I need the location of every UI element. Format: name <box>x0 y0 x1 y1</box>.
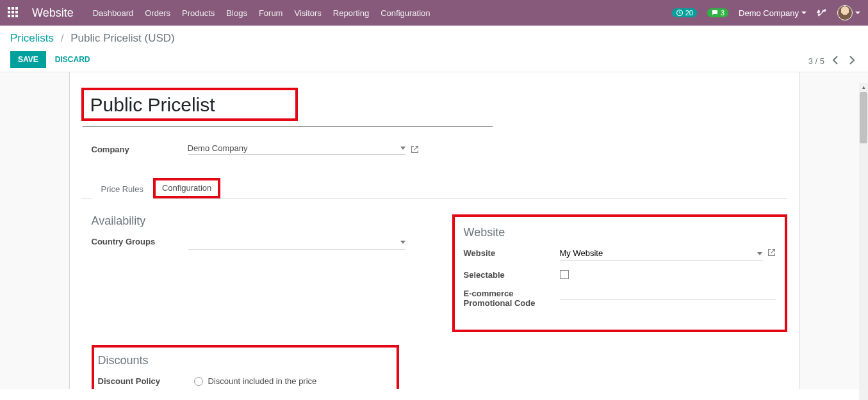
chevron-down-icon <box>801 12 807 14</box>
top-navbar: Website Dashboard Orders Products Blogs … <box>0 0 868 26</box>
availability-group: Availability Country Groups <box>92 214 427 332</box>
chat-badge[interactable]: 3 <box>707 8 728 17</box>
chat-icon <box>711 9 719 17</box>
pager-next[interactable] <box>846 54 858 68</box>
company-input[interactable] <box>188 143 397 153</box>
tab-configuration[interactable]: Configuration <box>153 178 220 198</box>
chevron-down-icon[interactable] <box>400 147 405 150</box>
website-input[interactable] <box>560 248 757 259</box>
nav-configuration[interactable]: Configuration <box>381 8 430 18</box>
selectable-label: Selectable <box>464 270 560 280</box>
company-label: Company <box>92 145 188 154</box>
country-groups-label: Country Groups <box>92 237 188 246</box>
scrollbar-thumb[interactable] <box>860 92 867 143</box>
breadcrumb: Pricelists / Public Pricelist (USD) <box>10 32 858 45</box>
control-panel: Pricelists / Public Pricelist (USD) SAVE… <box>0 26 868 72</box>
app-brand[interactable]: Website <box>32 6 74 20</box>
chevron-down-icon[interactable] <box>757 252 762 255</box>
tabs: Price Rules Configuration <box>81 178 787 199</box>
website-title: Website <box>464 226 776 239</box>
website-group: Website Website Selectable <box>452 214 787 332</box>
pager-prev[interactable] <box>830 54 841 68</box>
nav-orders[interactable]: Orders <box>145 8 170 18</box>
chevron-down-icon <box>855 12 860 14</box>
tab-price-rules[interactable]: Price Rules <box>92 179 153 199</box>
nav-dashboard[interactable]: Dashboard <box>93 8 134 18</box>
title-highlight <box>81 88 298 121</box>
breadcrumb-root[interactable]: Pricelists <box>10 32 54 44</box>
discount-option1-radio[interactable] <box>194 377 203 386</box>
promo-code-input[interactable] <box>560 289 776 300</box>
website-label: Website <box>464 248 560 258</box>
discount-policy-label: Discount Policy <box>98 376 194 389</box>
avatar <box>837 5 853 20</box>
discounts-highlight: Discounts Discount Policy Discount inclu… <box>92 345 399 389</box>
record-title-input[interactable] <box>90 93 289 117</box>
pager-text[interactable]: 3 / 5 <box>808 56 824 66</box>
company-switcher[interactable]: Demo Company <box>739 8 807 18</box>
promo-label: E-commerce Promotional Code <box>464 289 560 308</box>
nav-blogs[interactable]: Blogs <box>226 8 247 18</box>
discounts-title: Discounts <box>98 354 388 367</box>
scroll-up-icon[interactable]: ▴ <box>860 83 867 91</box>
chevron-left-icon <box>832 56 839 65</box>
breadcrumb-current: Public Pricelist (USD) <box>70 32 174 44</box>
website-highlight: Website Website Selectable <box>452 214 787 332</box>
clock-icon <box>676 9 684 17</box>
discard-button[interactable]: DISCARD <box>55 55 90 64</box>
external-link-icon[interactable] <box>411 145 419 154</box>
user-menu[interactable] <box>837 5 860 20</box>
chevron-down-icon[interactable] <box>400 241 405 244</box>
external-link-icon[interactable] <box>767 248 776 257</box>
form-sheet: Company Price Rules Configuration Availa… <box>69 72 799 389</box>
timer-badge[interactable]: 20 <box>672 8 697 17</box>
save-button[interactable]: SAVE <box>10 51 46 68</box>
scrollbar[interactable]: ▴ <box>859 83 868 400</box>
form-background: Company Price Rules Configuration Availa… <box>0 72 868 389</box>
country-groups-input[interactable] <box>188 237 400 248</box>
selectable-checkbox[interactable] <box>560 270 569 279</box>
nav-links: Dashboard Orders Products Blogs Forum Vi… <box>93 8 430 18</box>
chevron-right-icon <box>849 56 855 65</box>
nav-forum[interactable]: Forum <box>259 8 283 18</box>
availability-title: Availability <box>92 214 427 228</box>
company-field[interactable] <box>188 143 405 155</box>
nav-visitors[interactable]: Visitors <box>294 8 321 18</box>
apps-icon[interactable] <box>8 7 19 19</box>
nav-reporting[interactable]: Reporting <box>333 8 369 18</box>
debug-icon[interactable] <box>817 8 827 18</box>
nav-products[interactable]: Products <box>182 8 215 18</box>
discount-option1-label[interactable]: Discount included in the price <box>208 376 317 386</box>
